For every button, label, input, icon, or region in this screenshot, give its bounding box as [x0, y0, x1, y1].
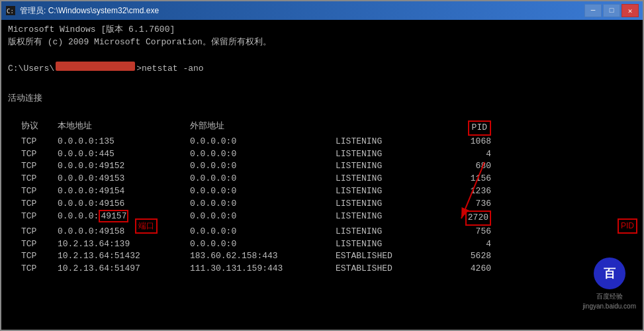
command-text: >netstat -ano — [136, 63, 203, 75]
cmd-output: Microsoft Windows [版本 6.1.7600] 版权所有 (c)… — [1, 20, 643, 330]
baidu-logo: 百 — [592, 256, 627, 291]
blank-line3 — [8, 108, 636, 120]
minimize-button[interactable]: ─ — [584, 4, 602, 17]
redacted-username — [56, 62, 135, 71]
header-pid: PID — [438, 120, 491, 136]
blank-line — [8, 49, 636, 62]
prompt-text: C:\Users\ — [8, 63, 54, 75]
table-row: TCP 0.0.0.0:49152 0.0.0.0:0 LISTENING 68… — [21, 160, 636, 173]
table-row: TCP 0.0.0.0:135 0.0.0.0:0 LISTENING 1068 — [21, 136, 636, 148]
port-highlight-box: 49157 — [99, 210, 128, 222]
table-row: TCP 10.2.13.64:139 0.0.0.0:0 LISTENING 4 — [21, 238, 636, 251]
table-row: TCP 0.0.0.0:49154 0.0.0.0:0 LISTENING 12… — [21, 185, 636, 198]
copyright-line: 版权所有 (c) 2009 Microsoft Corporation。保留所有… — [8, 36, 636, 49]
window-controls: ─ □ ✕ — [584, 4, 639, 17]
table-row: TCP 0.0.0.0:445 0.0.0.0:0 LISTENING 4 — [21, 148, 636, 161]
table-row: TCP 10.2.13.64:51497 111.30.131.159:443 … — [21, 263, 636, 275]
section-header: 活动连接 — [8, 93, 636, 105]
header-state — [336, 120, 438, 136]
svg-text:百: 百 — [604, 267, 616, 280]
copyright-text: 版权所有 (c) 2009 Microsoft Corporation。保留所有… — [8, 36, 271, 49]
maximize-button[interactable]: □ — [603, 4, 620, 17]
port-annotation-label: 端口 — [135, 218, 158, 234]
table-row: TCP 0.0.0.0:49153 0.0.0.0:0 LISTENING 11… — [21, 173, 636, 185]
section-text: 活动连接 — [8, 93, 42, 105]
version-line: Microsoft Windows [版本 6.1.7600] — [8, 24, 636, 36]
table-row: TCP 0.0.0.0:49158 0.0.0.0:0 LISTENING 75… — [21, 226, 636, 238]
title-bar: C: 管理员: C:\Windows\system32\cmd.exe ─ □ … — [1, 1, 643, 20]
window-title: 管理员: C:\Windows\system32\cmd.exe — [20, 5, 584, 17]
table-header: 协议 本地地址 外部地址 PID — [21, 120, 636, 136]
svg-text:C:: C: — [7, 8, 14, 15]
header-remote: 外部地址 — [190, 120, 336, 136]
version-text: Microsoft Windows [版本 6.1.7600] — [8, 24, 175, 36]
header-proto: 协议 — [21, 120, 58, 136]
highlighted-row: TCP 0.0.0.0:49157 0.0.0.0:0 LISTENING 27… — [21, 211, 636, 226]
pid-value-box: 2720 — [465, 211, 491, 226]
cmd-window: C: 管理员: C:\Windows\system32\cmd.exe ─ □ … — [0, 0, 644, 331]
cmd-icon: C: — [5, 5, 16, 16]
table-row: TCP 0.0.0.0:49156 0.0.0.0:0 LISTENING 73… — [21, 198, 636, 211]
netstat-table: 协议 本地地址 外部地址 PID TCP 0.0.0.0:135 0.0.0.0… — [8, 120, 636, 275]
header-local: 本地地址 — [58, 120, 190, 136]
prompt-line: C:\Users\>netstat -ano — [8, 62, 636, 75]
blank-line2 — [8, 75, 636, 87]
close-button[interactable]: ✕ — [621, 4, 639, 17]
pid-header-box: PID — [468, 120, 491, 136]
table-row: TCP 10.2.13.64:51432 183.60.62.158:443 E… — [21, 250, 636, 263]
baidu-watermark: 百 百度经验jingyan.baidu.com — [582, 256, 636, 311]
watermark-text: 百度经验jingyan.baidu.com — [582, 292, 636, 311]
pid-annotation-label: PID — [618, 218, 637, 234]
